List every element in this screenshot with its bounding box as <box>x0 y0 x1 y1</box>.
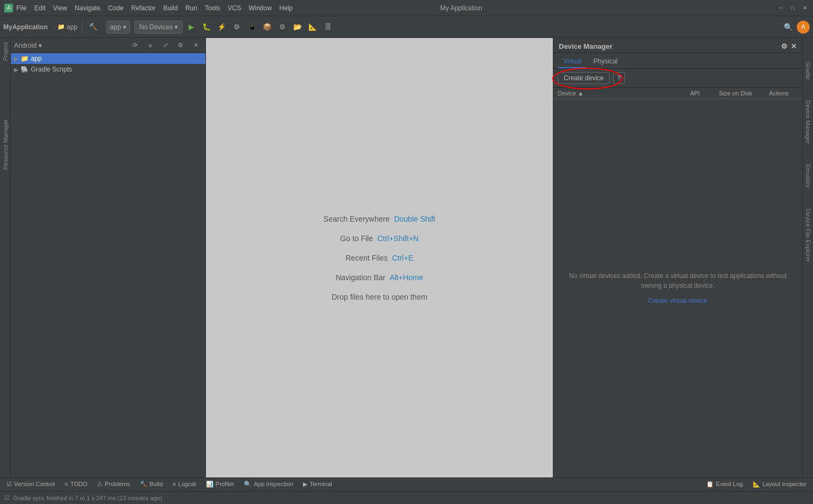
sync-project-button[interactable]: ⚙ <box>230 21 243 34</box>
sidebar-item-device-manager[interactable]: Device Manager <box>804 98 812 146</box>
device-selector[interactable]: No Devices ▾ <box>134 21 183 34</box>
tab-version-control[interactable]: ☑ Version Control <box>2 478 59 491</box>
sync-icon[interactable]: ⟳ <box>128 39 141 52</box>
device-manager-actions: Create device ? <box>553 69 802 88</box>
menu-view[interactable]: View <box>53 4 67 12</box>
device-manager-close-icon[interactable]: ✕ <box>791 42 797 50</box>
sdk-manager-button[interactable]: 📦 <box>261 21 274 34</box>
maximize-button[interactable]: □ <box>789 4 797 12</box>
version-control-label: Version Control <box>14 481 55 487</box>
android-dropdown-arrow: ▾ <box>38 42 42 49</box>
sidebar-item-project[interactable]: Project <box>1 40 10 63</box>
toolbar-separator-1 <box>82 21 82 34</box>
app-module-selector[interactable]: app ▾ <box>106 21 130 34</box>
database-inspector-button[interactable]: 🗄 <box>321 21 334 34</box>
tab-build[interactable]: 🔨 Build <box>136 478 167 491</box>
device-manager-settings-icon[interactable]: ⚙ <box>781 42 788 50</box>
avd-manager-button[interactable]: 📱 <box>246 21 259 34</box>
app-folder-icon: 📁 <box>21 55 29 62</box>
todo-icon: ≡ <box>64 481 68 487</box>
profile-button[interactable]: ⚡ <box>215 21 228 34</box>
bottom-tabs: ☑ Version Control ≡ TODO ⚠ Problems 🔨 Bu… <box>0 477 813 491</box>
tree-item-gradle-scripts[interactable]: ▶ 🐘 Gradle Scripts <box>11 64 205 75</box>
main-layout: Project Resource Manager Android ▾ ⟳ ≡ ⤢… <box>0 38 813 477</box>
menu-code[interactable]: Code <box>108 4 124 12</box>
help-button[interactable]: ? <box>613 72 625 84</box>
layout-inspector-label: Layout Inspector <box>763 481 806 487</box>
tab-problems[interactable]: ⚠ Problems <box>93 478 134 491</box>
module-name: app <box>110 23 121 31</box>
create-virtual-device-link[interactable]: Create virtual device <box>648 296 707 306</box>
tree-item-app-label: app <box>31 55 42 62</box>
tab-profiler[interactable]: 📊 Profiler <box>202 478 239 491</box>
right-side-tabs: Gradle Device Manager Emulator Device Fi… <box>802 38 813 477</box>
device-table-header: Device ▲ API Size on Disk Actions <box>553 88 802 99</box>
profiler-label: Profiler <box>216 481 235 487</box>
todo-label: TODO <box>70 481 88 487</box>
sidebar-item-device-file-explorer[interactable]: Device File Explorer <box>804 206 812 264</box>
menu-file[interactable]: File <box>16 4 27 12</box>
tab-virtual[interactable]: Virtual <box>558 55 587 68</box>
menu-refactor[interactable]: Refactor <box>131 4 156 12</box>
project-panel-toolbar: Android ▾ ⟳ ≡ ⤢ ⚙ ✕ <box>11 38 205 53</box>
menu-edit[interactable]: Edit <box>34 4 46 12</box>
problems-label: Problems <box>105 481 130 487</box>
search-button[interactable]: 🔍 <box>782 21 795 34</box>
menu-window[interactable]: Window <box>249 4 272 12</box>
menu-run[interactable]: Run <box>185 4 197 12</box>
menu-vcs[interactable]: VCS <box>228 4 241 12</box>
layout-inspector-button[interactable]: 📐 <box>306 21 319 34</box>
menu-bar: File Edit View Navigate Code Refactor Bu… <box>16 4 293 12</box>
device-header-label: Device <box>558 90 576 96</box>
settings-button[interactable]: ⚙ <box>276 21 289 34</box>
window-controls: ─ □ ✕ <box>777 4 809 12</box>
tab-event-log[interactable]: 📋 Event Log <box>702 480 747 490</box>
tab-app-inspection[interactable]: 🔍 App Inspection <box>240 478 298 491</box>
tree-item-gradle-label: Gradle Scripts <box>31 66 72 73</box>
status-message: Gradle sync finished in 7 m 1 s 247 ms (… <box>13 495 162 501</box>
settings-icon[interactable]: ⚙ <box>174 39 187 52</box>
menu-tools[interactable]: Tools <box>205 4 220 12</box>
create-device-button[interactable]: Create device <box>558 72 610 84</box>
close-button[interactable]: ✕ <box>801 4 809 12</box>
tab-todo[interactable]: ≡ TODO <box>60 478 92 491</box>
collapse-all-icon[interactable]: ≡ <box>144 39 157 52</box>
debug-button[interactable]: 🐛 <box>200 21 213 34</box>
problems-icon: ⚠ <box>97 481 102 488</box>
hammer-icon[interactable]: 🔨 <box>87 21 100 34</box>
sidebar-item-emulator[interactable]: Emulator <box>804 162 812 190</box>
menu-help[interactable]: Help <box>279 4 293 12</box>
app-icon: A <box>4 4 13 12</box>
app-inspection-label: App Inspection <box>254 481 293 487</box>
device-file-explorer-button[interactable]: 📂 <box>291 21 304 34</box>
menu-build[interactable]: Build <box>163 4 178 12</box>
android-label: Android <box>14 42 36 49</box>
tab-terminal[interactable]: ▶ Terminal <box>299 478 337 491</box>
sidebar-item-resource-manager[interactable]: Resource Manager <box>1 117 10 172</box>
minimize-button[interactable]: ─ <box>777 4 785 12</box>
user-avatar[interactable]: A <box>797 21 810 34</box>
bottom-tabs-right: 📋 Event Log 📐 Layout Inspector <box>702 480 811 490</box>
project-tree: ▶ 📁 app ▶ 🐘 Gradle Scripts <box>11 53 205 477</box>
event-log-label: Event Log <box>716 481 743 487</box>
tab-layout-inspector[interactable]: 📐 Layout Inspector <box>749 480 811 490</box>
run-button[interactable]: ▶ <box>185 21 198 34</box>
device-manager-empty-state: No virtual devices added. Create a virtu… <box>553 99 802 477</box>
sort-icon: ▲ <box>578 90 584 96</box>
editor-area[interactable]: Search Everywhere Double Shift Go to Fil… <box>206 38 553 477</box>
terminal-icon: ▶ <box>303 481 307 488</box>
hint-navigation-bar: Navigation Bar Alt+Home <box>335 273 423 282</box>
hint-drop-files: Drop files here to open them <box>332 293 428 301</box>
tree-item-app[interactable]: ▶ 📁 app <box>11 53 205 64</box>
close-panel-icon[interactable]: ✕ <box>189 39 202 52</box>
menu-navigate[interactable]: Navigate <box>75 4 100 12</box>
android-selector[interactable]: Android ▾ <box>14 42 42 49</box>
tab-logcat[interactable]: ≡ Logcat <box>168 478 200 491</box>
hint-search-everywhere: Search Everywhere Double Shift <box>324 215 435 223</box>
tab-physical[interactable]: Physical <box>588 55 623 68</box>
sidebar-item-gradle[interactable]: Gradle <box>804 60 812 82</box>
expand-all-icon[interactable]: ⤢ <box>159 39 172 52</box>
chevron-right-icon-2: ▶ <box>14 67 18 73</box>
device-column-header[interactable]: Device ▲ <box>558 90 679 96</box>
status-icon: ☑ <box>4 494 10 501</box>
